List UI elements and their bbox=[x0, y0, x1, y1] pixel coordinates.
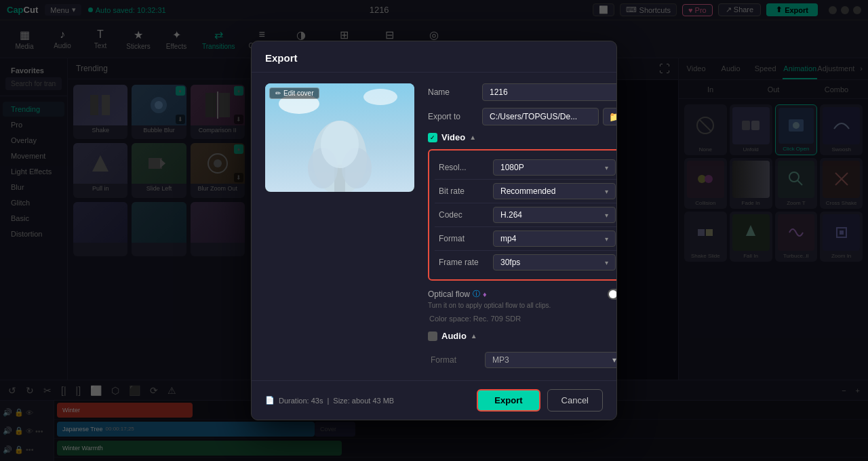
audio-chevron-icon: ▲ bbox=[471, 332, 477, 340]
codec-chevron: ▾ bbox=[605, 212, 608, 219]
file-icon: 📄 bbox=[265, 396, 275, 405]
optical-flow-content: Optical flow ⓘ ♦ Turn it on to apply opt… bbox=[428, 289, 602, 309]
video-section: ✓ Video ▲ Resol... 1080P ▾ bbox=[428, 132, 616, 323]
bitrate-value: Recommended bbox=[500, 186, 555, 196]
browse-button[interactable]: 📁 bbox=[603, 108, 616, 125]
export-path-input[interactable] bbox=[482, 108, 599, 125]
footer-info: 📄 Duration: 43s | Size: about 43 MB bbox=[265, 396, 394, 405]
name-label: Name bbox=[428, 87, 482, 97]
video-section-toggle[interactable]: ✓ Video ▲ bbox=[428, 132, 616, 142]
svg-point-34 bbox=[321, 121, 359, 168]
edit-cover-button[interactable]: ✏ Edit cover bbox=[269, 87, 319, 99]
toggle-knob bbox=[609, 290, 616, 298]
framerate-row: Frame rate 30fps ▾ bbox=[435, 251, 616, 274]
dialog-footer: 📄 Duration: 43s | Size: about 43 MB Expo… bbox=[252, 380, 616, 420]
codec-select[interactable]: H.264 ▾ bbox=[493, 207, 616, 223]
resolution-chevron: ▾ bbox=[605, 164, 608, 172]
video-section-title: Video bbox=[441, 132, 465, 142]
dialog-body: ✏ Edit cover Name Export to bbox=[252, 73, 616, 380]
dialog-title: Export bbox=[252, 41, 616, 73]
svg-point-36 bbox=[363, 89, 397, 105]
dialog-settings: Name Export to 📁 ✓ bbox=[428, 83, 616, 369]
resolution-row: Resol... 1080P ▾ bbox=[435, 156, 616, 180]
resolution-select[interactable]: 1080P ▾ bbox=[493, 159, 616, 176]
pro-diamond-icon: ♦ bbox=[483, 290, 487, 298]
export-to-value-group: 📁 bbox=[482, 108, 616, 125]
bitrate-chevron: ▾ bbox=[605, 188, 608, 195]
audio-format-value: MP3 bbox=[492, 355, 509, 365]
export-to-row: Export to 📁 bbox=[428, 108, 616, 125]
footer-actions: Export Cancel bbox=[477, 389, 603, 412]
footer-size: Size: about 43 MB bbox=[333, 397, 394, 405]
optical-flow-desc: Turn it on to apply optical flow to all … bbox=[428, 302, 602, 309]
resolution-value: 1080P bbox=[500, 163, 524, 172]
footer-separator: | bbox=[327, 397, 329, 405]
export-to-label: Export to bbox=[428, 112, 482, 121]
optical-flow-label: Optical flow bbox=[428, 289, 470, 299]
resolution-label: Resol... bbox=[439, 163, 493, 172]
audio-format-chevron: ▾ bbox=[612, 355, 616, 365]
bitrate-label: Bit rate bbox=[439, 186, 493, 196]
audio-checkbox[interactable] bbox=[428, 332, 437, 341]
optical-flow-toggle[interactable] bbox=[608, 289, 616, 300]
framerate-chevron: ▾ bbox=[605, 259, 608, 266]
bitrate-row: Bit rate Recommended ▾ bbox=[435, 180, 616, 203]
bitrate-select[interactable]: Recommended ▾ bbox=[493, 183, 616, 199]
audio-format-row: Format MP3 ▾ bbox=[428, 348, 616, 372]
name-value-group bbox=[482, 83, 616, 101]
video-settings-box: Resol... 1080P ▾ Bit rate Recommended bbox=[428, 149, 616, 281]
name-input[interactable] bbox=[482, 83, 616, 101]
name-row: Name bbox=[428, 83, 616, 101]
video-checkbox[interactable]: ✓ bbox=[428, 133, 437, 142]
info-icon: ⓘ bbox=[473, 289, 480, 299]
color-space-text: Color space: Rec. 709 SDR bbox=[428, 315, 616, 323]
audio-section-toggle[interactable]: Audio ▲ bbox=[428, 331, 616, 341]
audio-format-label: Format bbox=[431, 355, 485, 365]
framerate-value: 30fps bbox=[500, 258, 520, 267]
codec-value: H.264 bbox=[500, 210, 522, 220]
audio-section-title: Audio bbox=[441, 331, 467, 341]
optical-flow-row: Optical flow ⓘ ♦ Turn it on to apply opt… bbox=[428, 289, 616, 309]
framerate-label: Frame rate bbox=[439, 258, 493, 267]
framerate-select[interactable]: 30fps ▾ bbox=[493, 254, 616, 270]
export-confirm-button[interactable]: Export bbox=[477, 389, 540, 412]
codec-label: Codec bbox=[439, 210, 493, 220]
export-dialog-overlay: Export bbox=[0, 0, 868, 461]
edit-icon: ✏ bbox=[275, 89, 281, 97]
footer-duration: Duration: 43s bbox=[279, 397, 323, 405]
dialog-preview: ✏ Edit cover bbox=[265, 83, 414, 369]
format-label: Format bbox=[439, 234, 493, 243]
cancel-button[interactable]: Cancel bbox=[547, 389, 603, 412]
format-row: Format mp4 ▾ bbox=[435, 227, 616, 251]
format-value: mp4 bbox=[500, 234, 516, 243]
preview-thumbnail: ✏ Edit cover bbox=[265, 83, 414, 192]
codec-row: Codec H.264 ▾ bbox=[435, 203, 616, 227]
video-chevron-icon: ▲ bbox=[469, 134, 476, 141]
format-select[interactable]: mp4 ▾ bbox=[493, 230, 616, 247]
export-dialog: Export bbox=[251, 41, 617, 420]
format-chevron: ▾ bbox=[605, 235, 608, 243]
audio-format-select[interactable]: MP3 ▾ bbox=[485, 352, 616, 368]
optical-flow-title: Optical flow ⓘ ♦ bbox=[428, 289, 602, 299]
audio-section: Audio ▲ Format MP3 ▾ bbox=[428, 331, 616, 372]
